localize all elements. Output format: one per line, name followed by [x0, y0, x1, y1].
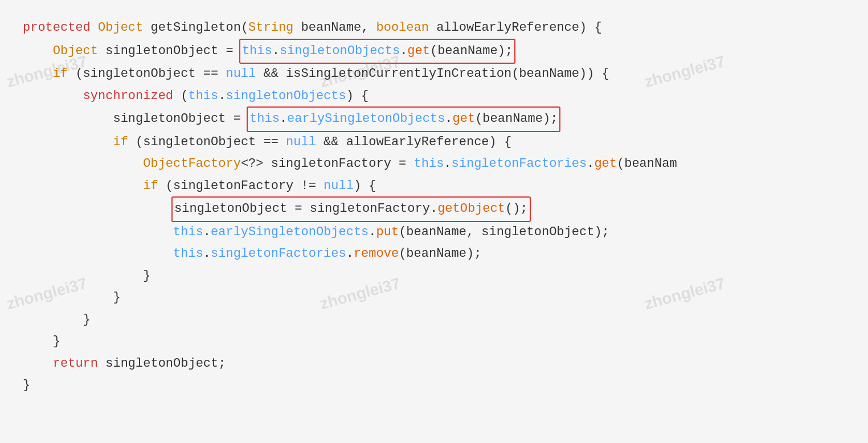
code-line-10: this.earlySingletonObjects.put(beanName,… [23, 222, 845, 244]
code-line-11: this.singletonFactories.remove(beanName)… [23, 243, 845, 265]
code-line-14: } [23, 309, 845, 331]
code-line-9: singletonObject = singletonFactory.getOb… [23, 197, 845, 222]
code-line-7: ObjectFactory<?> singletonFactory = this… [23, 153, 845, 175]
code-line-2: Object singletonObject = this.singletonO… [23, 39, 845, 64]
code-container: zhonglei37 zhonglei37 zhonglei37 zhongle… [0, 0, 868, 443]
code-line-15: } [23, 331, 845, 353]
code-line-4: synchronized (this.singletonObjects) { [23, 85, 845, 108]
code-line-17: } [23, 375, 845, 397]
code-line-12: } [23, 265, 845, 288]
code-line-5: singletonObject = this.earlySingletonObj… [23, 107, 845, 132]
code-block: protected Object getSingleton(String bea… [23, 17, 845, 397]
code-line-16: return singletonObject; [23, 353, 845, 375]
code-line-1: protected Object getSingleton(String bea… [23, 17, 845, 39]
code-line-6: if (singletonObject == null && allowEarl… [23, 132, 845, 154]
code-line-13: } [23, 287, 845, 309]
code-line-8: if (singletonFactory != null) { [23, 175, 845, 198]
code-line-3: if (singletonObject == null && isSinglet… [23, 63, 845, 85]
